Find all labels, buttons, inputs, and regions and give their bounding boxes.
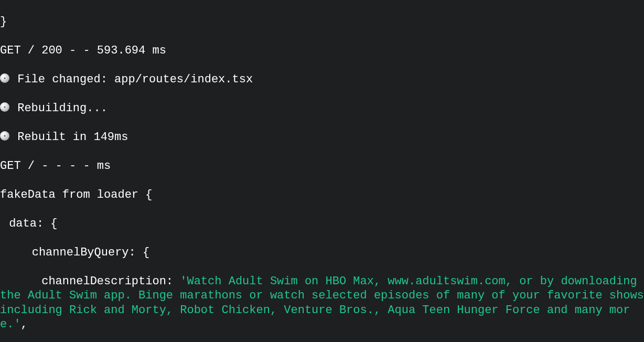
http-log-line: GET / 200 - - 593.694 ms	[0, 44, 644, 58]
rebuilt-line: Rebuilt in 149ms	[0, 130, 644, 145]
fakedata-header: fakeData from loader {	[0, 188, 644, 202]
file-changed-path: app/routes/index.tsx	[114, 73, 253, 86]
disc-icon	[0, 73, 9, 83]
rebuilding-text: Rebuilding...	[10, 102, 108, 115]
rebuilt-text: Rebuilt in 149ms	[10, 131, 128, 144]
rebuilding-line: Rebuilding...	[0, 101, 644, 116]
brace-close: }	[0, 15, 644, 29]
comma: ,	[21, 318, 28, 331]
disc-icon	[0, 102, 9, 112]
terminal-output[interactable]: } GET / 200 - - 593.694 ms File changed:…	[0, 0, 644, 342]
file-changed-line: File changed: app/routes/index.tsx	[0, 72, 644, 87]
data-key: data: {	[0, 217, 644, 231]
channel-description-line: channelDescription: 'Watch Adult Swim on…	[0, 274, 644, 332]
channel-by-query-key: channelByQuery: {	[0, 245, 644, 260]
channel-description-key: channelDescription:	[0, 275, 180, 288]
file-changed-label: File changed:	[10, 73, 114, 86]
disc-icon	[0, 131, 9, 141]
http-log-line: GET / - - - - ms	[0, 159, 644, 174]
